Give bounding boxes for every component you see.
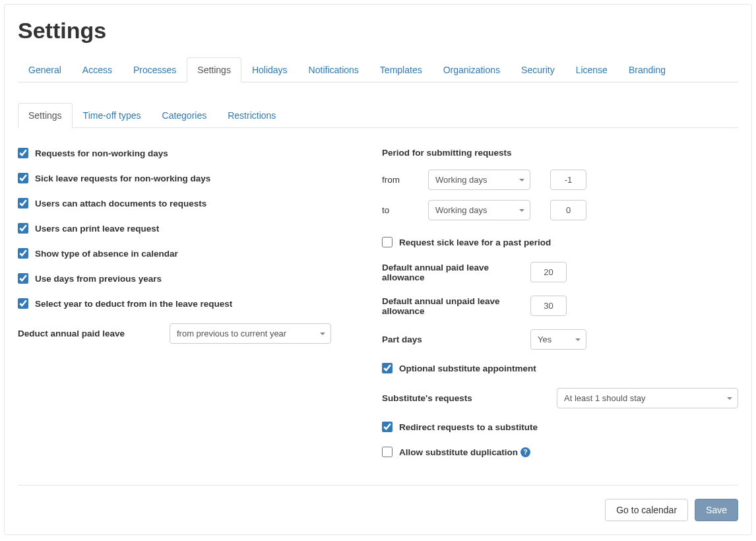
select-substitute-requests-value: At least 1 should stay <box>564 393 646 403</box>
select-part-days-value: Yes <box>538 334 551 344</box>
label-part-days: Part days <box>382 334 530 344</box>
tab-branding[interactable]: Branding <box>618 57 676 82</box>
label-sick-nonworking: Sick leave requests for non-working days <box>35 174 210 183</box>
chevron-down-icon <box>320 333 325 335</box>
checkbox-sick-past[interactable] <box>382 237 393 247</box>
input-from-value[interactable] <box>550 170 586 190</box>
input-to-value[interactable] <box>550 200 586 220</box>
checkbox-requests-nonworking[interactable] <box>18 148 28 158</box>
tab-license[interactable]: License <box>565 57 618 82</box>
left-column: Requests for non-working days Sick leave… <box>18 148 356 472</box>
label-show-type: Show type of absence in calendar <box>35 249 178 259</box>
label-attach-docs: Users can attach documents to requests <box>35 199 206 208</box>
tab-access[interactable]: Access <box>72 57 123 82</box>
label-optional-substitute: Optional substitute appointment <box>399 364 536 373</box>
label-redirect: Redirect requests to a substitute <box>399 422 538 432</box>
label-requests-nonworking: Requests for non-working days <box>35 148 168 158</box>
subtab-settings[interactable]: Settings <box>18 103 73 128</box>
checkbox-optional-substitute[interactable] <box>382 363 393 373</box>
tab-organizations[interactable]: Organizations <box>433 57 511 82</box>
main-tabs: GeneralAccessProcessesSettingsHolidaysNo… <box>18 57 738 82</box>
tab-security[interactable]: Security <box>511 57 565 82</box>
label-sick-past: Request sick leave for a past period <box>399 238 551 247</box>
checkbox-show-type[interactable] <box>18 248 28 259</box>
select-to-unit-value: Working days <box>435 205 488 215</box>
label-paid-allowance: Default annual paid leave allowance <box>382 263 530 282</box>
checkbox-attach-docs[interactable] <box>18 198 28 208</box>
checkbox-print[interactable] <box>18 223 28 234</box>
tab-settings[interactable]: Settings <box>187 57 241 82</box>
label-prev-years: Use days from previous years <box>35 274 162 284</box>
select-substitute-requests[interactable]: At least 1 should stay <box>557 388 738 408</box>
checkbox-prev-years[interactable] <box>18 273 28 284</box>
input-paid-allowance[interactable] <box>530 262 567 282</box>
save-button[interactable]: Save <box>695 499 738 521</box>
label-print: Users can print leave request <box>35 224 159 234</box>
input-unpaid-allowance[interactable] <box>530 296 567 316</box>
help-icon[interactable]: ? <box>520 447 530 457</box>
chevron-down-icon <box>519 179 524 181</box>
period-header: Period for submitting requests <box>382 148 738 158</box>
chevron-down-icon <box>727 397 732 400</box>
tab-templates[interactable]: Templates <box>369 57 433 82</box>
checkbox-sick-nonworking[interactable] <box>18 173 28 183</box>
label-deduct: Deduct annual paid leave <box>18 329 170 338</box>
label-substitute-requests: Substitute's requests <box>382 393 557 403</box>
chevron-down-icon <box>575 338 581 341</box>
sub-tabs: SettingsTime-off typesCategoriesRestrict… <box>18 102 738 128</box>
divider <box>18 485 738 486</box>
go-to-calendar-button[interactable]: Go to calendar <box>605 499 688 521</box>
label-select-year: Select year to deduct from in the leave … <box>35 299 232 309</box>
tab-holidays[interactable]: Holidays <box>241 57 298 82</box>
right-column: Period for submitting requests from Work… <box>382 148 738 472</box>
label-unpaid-allowance: Default annual unpaid leave allowance <box>382 296 530 316</box>
subtab-categories[interactable]: Categories <box>152 103 218 128</box>
chevron-down-icon <box>519 209 524 212</box>
subtab-time-off-types[interactable]: Time-off types <box>73 103 152 128</box>
tab-general[interactable]: General <box>18 57 72 82</box>
label-from: from <box>382 175 408 185</box>
select-to-unit[interactable]: Working days <box>428 200 530 220</box>
select-deduct[interactable]: from previous to current year <box>170 323 331 344</box>
select-deduct-value: from previous to current year <box>177 329 286 338</box>
label-allow-dup: Allow substitute duplication <box>399 447 518 457</box>
checkbox-allow-dup[interactable] <box>382 447 393 457</box>
select-from-unit[interactable]: Working days <box>428 170 530 190</box>
page-title: Settings <box>18 18 738 44</box>
select-from-unit-value: Working days <box>435 175 488 185</box>
checkbox-select-year[interactable] <box>18 298 28 309</box>
select-part-days[interactable]: Yes <box>530 329 586 350</box>
footer-actions: Go to calendar Save <box>18 499 738 521</box>
subtab-restrictions[interactable]: Restrictions <box>217 103 286 128</box>
label-to: to <box>382 205 408 215</box>
checkbox-redirect[interactable] <box>382 422 393 432</box>
tab-processes[interactable]: Processes <box>123 57 187 82</box>
tab-notifications[interactable]: Notifications <box>298 57 369 82</box>
